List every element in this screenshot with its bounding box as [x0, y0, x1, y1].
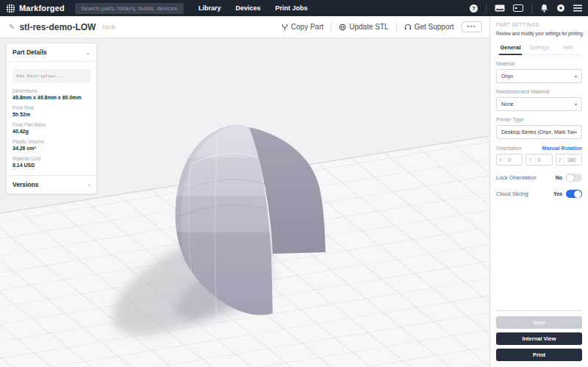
settings-tabs: General Settings Infill: [496, 41, 582, 55]
part-details-body: Dimensions 49.8mm x 49.8mm x 60.0mm Prin…: [7, 62, 96, 171]
title-bar-actions: Copy Part Update STL: [282, 21, 482, 32]
help-icon[interactable]: ?: [470, 4, 478, 13]
dimensions-value: 49.8mm x 49.8mm x 60.0mm: [12, 95, 90, 100]
part-settings-subheader: Review and modify your settings for prin…: [496, 31, 582, 36]
markforged-logo[interactable]: Markforged: [6, 4, 65, 13]
notifications-bell-icon[interactable]: [540, 4, 548, 13]
orientation-y-input[interactable]: [535, 157, 552, 163]
material-cost-value: 8.14 USD: [12, 163, 90, 168]
copy-part-fork-icon: [282, 24, 288, 31]
print-button[interactable]: Print: [496, 349, 582, 361]
top-navbar: Markforged Library Devices Print Jobs ?: [0, 0, 588, 16]
toggle-knob: [567, 174, 574, 182]
printer-status-icon[interactable]: [495, 4, 505, 12]
lock-orientation-toggle[interactable]: [566, 174, 582, 182]
divider: [396, 22, 397, 32]
part-details-header[interactable]: Part Details ⌄: [7, 43, 96, 62]
manual-rotation-link[interactable]: Manual Rotation: [542, 146, 582, 151]
caret-down-icon: ▾: [575, 101, 577, 107]
divider: [531, 4, 532, 13]
versions-row[interactable]: Versions ›: [7, 175, 96, 193]
nav-link-devices[interactable]: Devices: [235, 4, 260, 12]
material-label: Material: [496, 61, 582, 66]
search-input[interactable]: [75, 3, 184, 14]
lock-orientation-label: Lock Orientation: [496, 174, 556, 181]
print-time-label: Print Time: [12, 105, 90, 110]
divider: [331, 22, 331, 32]
final-part-mass-label: Final Part Mass: [12, 122, 90, 127]
orientation-row: Orientation Manual Rotation: [496, 146, 582, 151]
cloud-slicing-toggle[interactable]: [566, 190, 582, 198]
orientation-label: Orientation: [496, 146, 521, 151]
reinforcement-material-value: None: [501, 101, 514, 107]
reinforcement-material-select[interactable]: None ▾: [496, 97, 582, 111]
markforged-logo-icon: [6, 4, 15, 13]
tab-general[interactable]: General: [496, 41, 525, 54]
material-cost-label: Material Cost: [12, 156, 90, 161]
headset-icon: [404, 24, 412, 31]
tab-settings[interactable]: Settings: [525, 41, 553, 54]
orientation-x-input[interactable]: [505, 157, 522, 163]
caret-down-icon: ▾: [575, 74, 577, 79]
part-settings-panel: PART SETTINGS Review and modify your set…: [490, 16, 588, 367]
part-details-title: Part Details: [12, 49, 47, 56]
update-stl-button[interactable]: Update STL: [339, 23, 388, 31]
chevron-right-icon: ›: [88, 182, 90, 188]
divider: [486, 4, 487, 13]
tab-infill[interactable]: Infill: [553, 41, 582, 54]
part-details-card: Part Details ⌄ Dimensions 49.8mm x 49.8m…: [6, 43, 97, 194]
part-owner: Nick: [102, 24, 115, 31]
printer-type-value: Desktop Series (Onyx, Mark Two): [501, 129, 575, 135]
nav-link-library[interactable]: Library: [198, 4, 221, 12]
orientation-z-field: Z: [556, 154, 582, 165]
copy-part-button[interactable]: Copy Part: [282, 23, 323, 31]
plastic-volume-label: Plastic Volume: [12, 139, 90, 144]
save-button[interactable]: Save: [496, 316, 582, 329]
reinforcement-material-label: Reinforcement Material: [496, 89, 582, 94]
internal-view-button[interactable]: Internal View: [496, 332, 582, 345]
orientation-inputs: X Y Z: [496, 154, 582, 165]
chevron-down-icon: ⌄: [85, 49, 90, 56]
printer-type-select[interactable]: Desktop Series (Onyx, Mark Two) ▾: [496, 125, 582, 139]
navbar-right: ?: [470, 4, 582, 13]
axis-x-label: X: [497, 154, 505, 165]
menu-hamburger-icon[interactable]: [573, 4, 582, 12]
plastic-volume-value: 34.26 cm³: [12, 146, 90, 151]
cloud-slicing-state: Yes: [553, 191, 562, 196]
material-select[interactable]: Onyx ▾: [496, 69, 582, 83]
lock-orientation-row: Lock Orientation No: [496, 174, 582, 182]
cloud-slicing-row: Cloud Slicing Yes: [496, 190, 582, 198]
settings-panel-footer: Save Internal View Print: [496, 310, 582, 361]
axis-z-label: Z: [556, 154, 564, 165]
versions-label: Versions: [12, 181, 38, 188]
brand-name: Markforged: [19, 4, 65, 13]
axis-y-label: Y: [526, 154, 534, 165]
material-value: Onyx: [501, 74, 513, 79]
account-avatar-icon[interactable]: [556, 4, 565, 13]
nav-link-print-jobs[interactable]: Print Jobs: [275, 4, 307, 12]
orientation-x-field: X: [496, 154, 523, 165]
title-bar: ✎ stl-res-demo-LOW Nick Copy Part Update…: [0, 16, 490, 38]
viewport-3d[interactable]: Part Details ⌄ Dimensions 49.8mm x 49.8m…: [0, 38, 490, 367]
printer-type-label: Printer Type: [496, 117, 582, 122]
orientation-z-input[interactable]: [564, 157, 581, 163]
caret-down-icon: ▾: [575, 129, 577, 135]
toggle-knob: [574, 190, 581, 198]
update-stl-icon: [339, 24, 346, 31]
cloud-slicing-label: Cloud Slicing: [496, 190, 553, 197]
description-input[interactable]: [12, 69, 90, 83]
lock-orientation-state: No: [556, 175, 562, 180]
part-settings-header: PART SETTINGS: [496, 22, 582, 27]
orientation-y-field: Y: [526, 154, 552, 165]
print-time-value: 5h 52m: [12, 112, 90, 117]
more-options-button[interactable]: •••: [462, 21, 482, 32]
dimensions-label: Dimensions: [12, 88, 90, 93]
part-title: stl-res-demo-LOW: [19, 22, 96, 32]
material-status-icon[interactable]: [513, 4, 523, 12]
edit-title-icon[interactable]: ✎: [9, 23, 15, 31]
nav-links: Library Devices Print Jobs: [198, 4, 308, 12]
final-part-mass-value: 40.42g: [12, 129, 90, 134]
get-support-button[interactable]: Get Support: [404, 23, 454, 31]
